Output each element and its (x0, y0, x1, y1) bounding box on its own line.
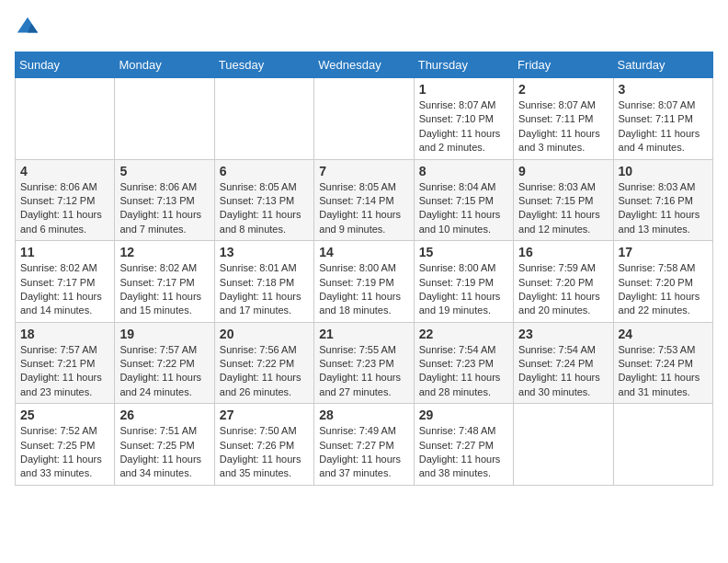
calendar-cell: 25Sunrise: 7:52 AM Sunset: 7:25 PM Dayli… (16, 404, 115, 486)
day-number: 18 (20, 327, 109, 341)
day-number: 5 (119, 164, 209, 178)
calendar-cell: 24Sunrise: 7:53 AM Sunset: 7:24 PM Dayli… (613, 322, 712, 404)
calendar-cell: 9Sunrise: 8:03 AM Sunset: 7:15 PM Daylig… (514, 159, 613, 241)
day-number: 15 (419, 245, 508, 259)
logo-icon (15, 15, 40, 40)
week-row-1: 4Sunrise: 8:06 AM Sunset: 7:12 PM Daylig… (16, 159, 713, 241)
calendar-cell: 23Sunrise: 7:54 AM Sunset: 7:24 PM Dayli… (514, 322, 613, 404)
day-info: Sunrise: 7:59 AM Sunset: 7:20 PM Dayligh… (518, 261, 608, 318)
week-row-4: 25Sunrise: 7:52 AM Sunset: 7:25 PM Dayli… (16, 404, 713, 486)
calendar-cell: 15Sunrise: 8:00 AM Sunset: 7:19 PM Dayli… (414, 241, 513, 323)
day-number: 22 (419, 327, 508, 341)
day-number: 28 (319, 408, 408, 422)
calendar-cell: 1Sunrise: 8:07 AM Sunset: 7:10 PM Daylig… (414, 78, 513, 160)
day-header-monday: Monday (115, 52, 214, 78)
day-number: 2 (518, 82, 608, 97)
day-number: 23 (518, 327, 608, 341)
calendar-cell: 19Sunrise: 7:57 AM Sunset: 7:22 PM Dayli… (115, 322, 214, 404)
calendar-cell: 2Sunrise: 8:07 AM Sunset: 7:11 PM Daylig… (514, 78, 613, 160)
calendar-cell: 16Sunrise: 7:59 AM Sunset: 7:20 PM Dayli… (514, 241, 613, 323)
calendar-cell: 10Sunrise: 8:03 AM Sunset: 7:16 PM Dayli… (613, 159, 712, 241)
day-number: 11 (20, 245, 109, 259)
day-info: Sunrise: 8:01 AM Sunset: 7:18 PM Dayligh… (220, 261, 309, 318)
logo (15, 15, 44, 40)
calendar-cell: 3Sunrise: 8:07 AM Sunset: 7:11 PM Daylig… (613, 78, 712, 160)
day-info: Sunrise: 7:52 AM Sunset: 7:25 PM Dayligh… (20, 424, 109, 481)
day-info: Sunrise: 8:06 AM Sunset: 7:13 PM Dayligh… (119, 180, 209, 237)
day-number: 20 (220, 327, 309, 341)
day-info: Sunrise: 8:04 AM Sunset: 7:15 PM Dayligh… (419, 180, 508, 237)
calendar-cell: 26Sunrise: 7:51 AM Sunset: 7:25 PM Dayli… (115, 404, 214, 486)
calendar-table: SundayMondayTuesdayWednesdayThursdayFrid… (15, 52, 713, 486)
day-header-wednesday: Wednesday (314, 52, 414, 78)
day-number: 24 (619, 327, 708, 341)
day-header-sunday: Sunday (16, 52, 115, 78)
day-number: 12 (119, 245, 209, 259)
day-number: 9 (518, 164, 608, 178)
day-info: Sunrise: 8:06 AM Sunset: 7:12 PM Dayligh… (20, 180, 109, 237)
calendar-cell: 6Sunrise: 8:05 AM Sunset: 7:13 PM Daylig… (214, 159, 313, 241)
calendar-cell (613, 404, 712, 486)
calendar-cell: 14Sunrise: 8:00 AM Sunset: 7:19 PM Dayli… (314, 241, 414, 323)
day-number: 6 (220, 164, 309, 178)
day-info: Sunrise: 8:03 AM Sunset: 7:15 PM Dayligh… (518, 180, 608, 237)
day-number: 19 (119, 327, 209, 341)
day-number: 8 (419, 164, 508, 178)
calendar-cell: 18Sunrise: 7:57 AM Sunset: 7:21 PM Dayli… (16, 322, 115, 404)
day-header-saturday: Saturday (613, 52, 712, 78)
day-info: Sunrise: 8:02 AM Sunset: 7:17 PM Dayligh… (119, 261, 209, 318)
day-header-friday: Friday (514, 52, 613, 78)
week-row-3: 18Sunrise: 7:57 AM Sunset: 7:21 PM Dayli… (16, 322, 713, 404)
day-number: 17 (619, 245, 708, 259)
day-number: 26 (119, 408, 209, 422)
day-number: 16 (518, 245, 608, 259)
day-number: 4 (20, 164, 109, 178)
day-headers-row: SundayMondayTuesdayWednesdayThursdayFrid… (16, 52, 713, 78)
day-info: Sunrise: 7:57 AM Sunset: 7:22 PM Dayligh… (119, 343, 209, 400)
day-info: Sunrise: 7:54 AM Sunset: 7:24 PM Dayligh… (518, 343, 608, 400)
day-number: 25 (20, 408, 109, 422)
day-number: 14 (319, 245, 408, 259)
day-info: Sunrise: 8:07 AM Sunset: 7:11 PM Dayligh… (619, 98, 708, 155)
day-number: 27 (220, 408, 309, 422)
page-header (15, 15, 713, 40)
day-info: Sunrise: 8:07 AM Sunset: 7:10 PM Dayligh… (419, 98, 508, 155)
day-info: Sunrise: 7:58 AM Sunset: 7:20 PM Dayligh… (619, 261, 708, 318)
calendar-cell (514, 404, 613, 486)
day-info: Sunrise: 7:54 AM Sunset: 7:23 PM Dayligh… (419, 343, 508, 400)
day-info: Sunrise: 8:05 AM Sunset: 7:13 PM Dayligh… (220, 180, 309, 237)
day-info: Sunrise: 7:57 AM Sunset: 7:21 PM Dayligh… (20, 343, 109, 400)
day-info: Sunrise: 8:07 AM Sunset: 7:11 PM Dayligh… (518, 98, 608, 155)
day-info: Sunrise: 7:51 AM Sunset: 7:25 PM Dayligh… (119, 424, 209, 481)
calendar-body: 1Sunrise: 8:07 AM Sunset: 7:10 PM Daylig… (16, 78, 713, 486)
day-info: Sunrise: 7:56 AM Sunset: 7:22 PM Dayligh… (220, 343, 309, 400)
calendar-cell: 5Sunrise: 8:06 AM Sunset: 7:13 PM Daylig… (115, 159, 214, 241)
calendar-cell: 28Sunrise: 7:49 AM Sunset: 7:27 PM Dayli… (314, 404, 414, 486)
calendar-header: SundayMondayTuesdayWednesdayThursdayFrid… (16, 52, 713, 78)
day-info: Sunrise: 7:55 AM Sunset: 7:23 PM Dayligh… (319, 343, 408, 400)
calendar-cell: 17Sunrise: 7:58 AM Sunset: 7:20 PM Dayli… (613, 241, 712, 323)
calendar-cell: 27Sunrise: 7:50 AM Sunset: 7:26 PM Dayli… (214, 404, 313, 486)
day-number: 10 (619, 164, 708, 178)
calendar-cell: 12Sunrise: 8:02 AM Sunset: 7:17 PM Dayli… (115, 241, 214, 323)
calendar-cell (214, 78, 313, 160)
day-info: Sunrise: 8:02 AM Sunset: 7:17 PM Dayligh… (20, 261, 109, 318)
calendar-cell: 21Sunrise: 7:55 AM Sunset: 7:23 PM Dayli… (314, 322, 414, 404)
week-row-2: 11Sunrise: 8:02 AM Sunset: 7:17 PM Dayli… (16, 241, 713, 323)
calendar-cell: 11Sunrise: 8:02 AM Sunset: 7:17 PM Dayli… (16, 241, 115, 323)
calendar-cell (115, 78, 214, 160)
calendar-cell: 7Sunrise: 8:05 AM Sunset: 7:14 PM Daylig… (314, 159, 414, 241)
day-info: Sunrise: 8:00 AM Sunset: 7:19 PM Dayligh… (319, 261, 408, 318)
calendar-cell: 29Sunrise: 7:48 AM Sunset: 7:27 PM Dayli… (414, 404, 513, 486)
calendar-cell: 20Sunrise: 7:56 AM Sunset: 7:22 PM Dayli… (214, 322, 313, 404)
calendar-cell: 22Sunrise: 7:54 AM Sunset: 7:23 PM Dayli… (414, 322, 513, 404)
day-info: Sunrise: 7:49 AM Sunset: 7:27 PM Dayligh… (319, 424, 408, 481)
calendar-cell: 4Sunrise: 8:06 AM Sunset: 7:12 PM Daylig… (16, 159, 115, 241)
day-header-thursday: Thursday (414, 52, 513, 78)
calendar-cell (16, 78, 115, 160)
day-number: 21 (319, 327, 408, 341)
day-header-tuesday: Tuesday (214, 52, 313, 78)
day-number: 7 (319, 164, 408, 178)
day-info: Sunrise: 7:48 AM Sunset: 7:27 PM Dayligh… (419, 424, 508, 481)
day-number: 3 (619, 82, 708, 97)
